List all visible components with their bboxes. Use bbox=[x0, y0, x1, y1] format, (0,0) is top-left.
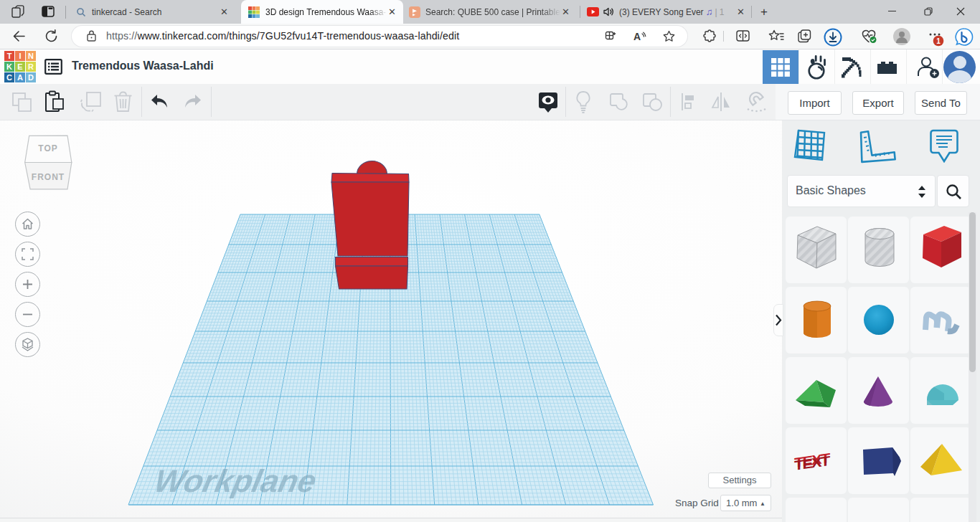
svg-text:FRONT: FRONT bbox=[32, 172, 65, 182]
svg-text:Workplane: Workplane bbox=[151, 463, 319, 498]
svg-text:1: 1 bbox=[936, 37, 941, 45]
svg-text:A: A bbox=[633, 31, 641, 42]
svg-text:TOP: TOP bbox=[38, 143, 57, 153]
